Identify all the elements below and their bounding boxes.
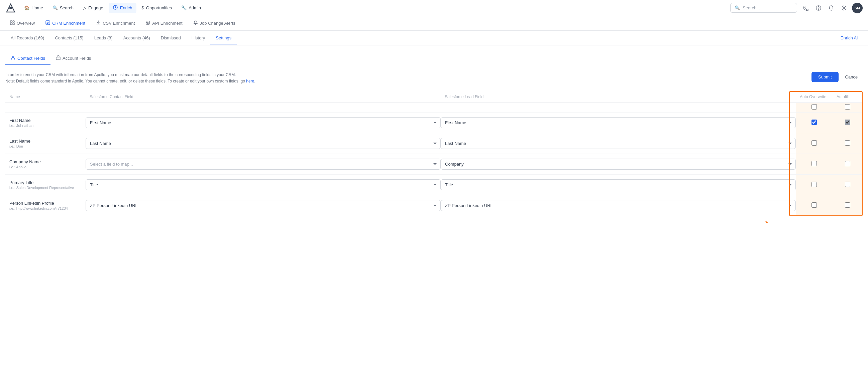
sf-lead-dropdown[interactable]: Company bbox=[441, 159, 796, 170]
subnav-csv-enrichment[interactable]: CSV Enrichment bbox=[91, 18, 140, 29]
table-header-row: Name Salesforce Contact Field Salesforce… bbox=[5, 91, 863, 103]
autofill-checkbox[interactable] bbox=[845, 182, 850, 187]
tab-history[interactable]: History bbox=[186, 32, 210, 44]
opportunities-icon: $ bbox=[142, 5, 144, 10]
tab-bar: All Records (169) Contacts (115) Leads (… bbox=[0, 31, 868, 45]
crm-enrichment-icon bbox=[45, 21, 50, 26]
sf-contact-dropdown[interactable]: ZP Person Linkedin URL bbox=[86, 200, 441, 211]
svg-rect-12 bbox=[56, 57, 60, 60]
autofill-all-checkbox[interactable] bbox=[845, 104, 850, 109]
top-nav: 🏠 Home 🔍 Search ▷ Engage Enrich $ Opport… bbox=[0, 0, 868, 16]
nav-item-enrich[interactable]: Enrich bbox=[108, 3, 136, 13]
home-icon: 🏠 bbox=[24, 5, 29, 10]
fields-table-wrapper: Name Salesforce Contact Field Salesforce… bbox=[5, 91, 863, 216]
auto-overwrite-checkbox[interactable] bbox=[811, 119, 817, 125]
nav-item-admin[interactable]: 🔧 Admin bbox=[177, 3, 205, 12]
cancel-button[interactable]: Cancel bbox=[841, 72, 863, 82]
phone-icon[interactable] bbox=[801, 3, 810, 13]
nav-left: 🏠 Home 🔍 Search ▷ Engage Enrich $ Opport… bbox=[5, 3, 205, 13]
field-tabs: Contact Fields Account Fields bbox=[5, 52, 863, 65]
admin-icon: 🔧 bbox=[181, 5, 187, 10]
user-avatar[interactable]: SM bbox=[852, 3, 863, 13]
svg-point-11 bbox=[12, 56, 14, 58]
tab-leads[interactable]: Leads (8) bbox=[89, 32, 118, 44]
nav-item-opportunities[interactable]: $ Opportunities bbox=[138, 3, 176, 12]
field-example: i.e.: http://www.linkedin.com/in/1234 bbox=[9, 206, 82, 210]
api-enrichment-icon bbox=[146, 21, 150, 26]
auto-overwrite-checkbox[interactable] bbox=[811, 202, 817, 208]
subnav-job-change-alerts[interactable]: Job Change Alerts bbox=[189, 18, 240, 29]
tab-account-fields[interactable]: Account Fields bbox=[51, 52, 96, 65]
subnav-overview[interactable]: Overview bbox=[5, 18, 39, 29]
enrich-all-button[interactable]: Enrich All bbox=[837, 33, 863, 42]
apollo-logo[interactable] bbox=[5, 3, 16, 13]
autofill-header-checkbox-wrapper bbox=[835, 104, 860, 109]
table-row: Person Linkedin Profilei.e.: http://www.… bbox=[5, 195, 863, 216]
table-row: Last Namei.e.: DoeLast NameLast Name bbox=[5, 133, 863, 154]
sf-contact-dropdown[interactable]: Title bbox=[86, 179, 441, 190]
tab-contacts[interactable]: Contacts (115) bbox=[50, 32, 89, 44]
autofill-checkbox[interactable] bbox=[845, 119, 850, 125]
overview-icon bbox=[10, 21, 15, 26]
autofill-checkbox[interactable] bbox=[845, 161, 850, 166]
table-row: First Namei.e.: JohnathanFirst NameFirst… bbox=[5, 112, 863, 133]
search-nav-icon: 🔍 bbox=[53, 5, 58, 10]
auto-overwrite-checkbox[interactable] bbox=[811, 140, 817, 146]
engage-icon: ▷ bbox=[83, 5, 86, 10]
submit-button[interactable]: Submit bbox=[811, 72, 838, 82]
subnav-api-enrichment[interactable]: API Enrichment bbox=[141, 18, 187, 29]
col-header-sf-lead: Salesforce Lead Field bbox=[441, 91, 796, 103]
auto-overwrite-header-checkbox-wrapper bbox=[799, 104, 830, 109]
field-name: Company Name bbox=[9, 159, 82, 164]
sf-contact-dropdown[interactable]: Select a field to map... bbox=[86, 159, 441, 170]
field-name: Last Name bbox=[9, 139, 82, 144]
svg-point-4 bbox=[843, 7, 845, 9]
here-link[interactable]: here bbox=[246, 79, 254, 83]
field-example: i.e.: Sales Development Representative bbox=[9, 186, 82, 190]
auto-overwrite-all-checkbox[interactable] bbox=[811, 104, 817, 109]
nav-item-search[interactable]: 🔍 Search bbox=[49, 3, 78, 12]
nav-item-home[interactable]: 🏠 Home bbox=[20, 3, 47, 12]
settings-icon[interactable] bbox=[839, 3, 848, 13]
sf-lead-dropdown[interactable]: Title bbox=[441, 179, 796, 190]
auto-overwrite-checkbox[interactable] bbox=[811, 161, 817, 166]
tab-accounts[interactable]: Accounts (46) bbox=[118, 32, 155, 44]
table-row: Company Namei.e.: ApolloSelect a field t… bbox=[5, 154, 863, 175]
field-name: Primary Title bbox=[9, 180, 82, 185]
global-search-box[interactable]: 🔍 Search... bbox=[730, 3, 797, 13]
svg-rect-7 bbox=[10, 23, 12, 25]
search-icon: 🔍 bbox=[735, 5, 740, 10]
tab-dismissed[interactable]: Dismissed bbox=[155, 32, 186, 44]
table-row: Primary Titlei.e.: Sales Development Rep… bbox=[5, 175, 863, 195]
sf-lead-dropdown[interactable]: Last Name bbox=[441, 138, 796, 149]
tab-all-records[interactable]: All Records (169) bbox=[5, 32, 50, 44]
field-name: Person Linkedin Profile bbox=[9, 201, 82, 206]
autofill-checkbox[interactable] bbox=[845, 140, 850, 146]
sf-lead-dropdown[interactable]: ZP Person Linkedin URL bbox=[441, 200, 796, 211]
auto-overwrite-checkbox[interactable] bbox=[811, 182, 817, 187]
notifications-icon[interactable] bbox=[827, 3, 836, 13]
col-header-auto-overwrite: Auto Overwrite bbox=[796, 91, 833, 103]
svg-point-1 bbox=[9, 7, 12, 9]
sf-contact-dropdown[interactable]: First Name bbox=[86, 117, 441, 128]
sf-lead-dropdown[interactable]: First Name bbox=[441, 117, 796, 128]
main-content: Contact Fields Account Fields In order t… bbox=[0, 45, 868, 223]
svg-rect-5 bbox=[10, 21, 12, 22]
field-example: i.e.: Doe bbox=[9, 144, 82, 148]
nav-item-engage[interactable]: ▷ Engage bbox=[79, 3, 107, 12]
contact-icon bbox=[11, 56, 16, 61]
col-header-name: Name bbox=[5, 91, 86, 103]
tab-settings[interactable]: Settings bbox=[210, 32, 237, 44]
autofill-checkbox[interactable] bbox=[845, 202, 850, 208]
table-checkbox-header-row bbox=[5, 103, 863, 112]
info-section: In order to enrich your CRM with informa… bbox=[5, 72, 863, 84]
info-text: In order to enrich your CRM with informa… bbox=[5, 72, 255, 84]
subnav-crm-enrichment[interactable]: CRM Enrichment bbox=[41, 18, 90, 29]
sf-contact-dropdown[interactable]: Last Name bbox=[86, 138, 441, 149]
tab-items: All Records (169) Contacts (115) Leads (… bbox=[5, 32, 237, 44]
help-icon[interactable] bbox=[814, 3, 823, 13]
field-name: First Name bbox=[9, 118, 82, 123]
enrich-icon bbox=[113, 5, 118, 11]
svg-rect-8 bbox=[13, 23, 14, 25]
tab-contact-fields[interactable]: Contact Fields bbox=[5, 52, 51, 65]
